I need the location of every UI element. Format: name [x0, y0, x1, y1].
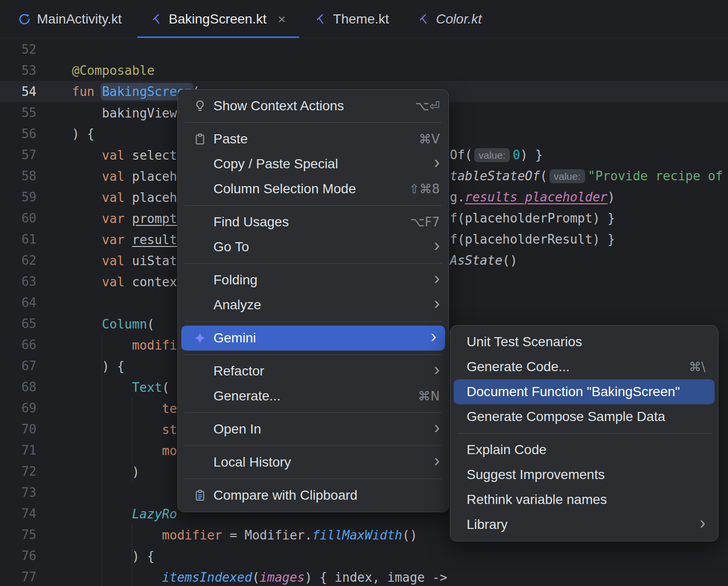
line-number[interactable]: 69 — [0, 401, 36, 415]
code-token: ) — [608, 190, 615, 204]
code-token: () — [503, 253, 517, 268]
code-text: val contex — [36, 274, 177, 289]
inlay-hint: value: — [474, 148, 510, 162]
code-token: ) { — [102, 359, 125, 374]
line-number[interactable]: 75 — [0, 527, 36, 542]
tab-bakingscreen-kt[interactable]: BakingScreen.kt✕ — [136, 0, 301, 38]
menu-item-icon-placeholder — [192, 297, 208, 313]
menu-item-folding[interactable]: Folding› — [178, 268, 448, 293]
code-text: fun BakingScreen( — [36, 84, 200, 99]
menu-item-suggest-improvements[interactable]: Suggest Improvements — [450, 462, 718, 487]
menu-item-icon-placeholder — [192, 388, 208, 404]
menu-item-label: Paste — [213, 131, 248, 147]
menu-item-gemini[interactable]: Gemini› — [181, 326, 445, 351]
inlay-hint: value: — [550, 169, 585, 183]
code-line-53[interactable]: 53@Composable — [0, 60, 728, 81]
line-number[interactable]: 67 — [0, 359, 36, 373]
submenu-arrow-icon: › — [419, 328, 436, 345]
menu-item-column-selection-mode[interactable]: Column Selection Mode⇧⌘8 — [178, 176, 448, 201]
line-number[interactable]: 58 — [0, 169, 36, 183]
menu-item-local-history[interactable]: Local History› — [178, 450, 448, 475]
menu-item-copy-paste-special[interactable]: Copy / Paste Special› — [178, 152, 448, 176]
code-token: select — [132, 148, 177, 163]
line-number[interactable]: 61 — [0, 232, 36, 246]
menu-item-refactor[interactable]: Refactor› — [178, 359, 448, 384]
line-number[interactable]: 68 — [0, 380, 36, 394]
line-number[interactable]: 56 — [0, 127, 36, 141]
line-number[interactable]: 57 — [0, 148, 36, 162]
menu-item-open-in[interactable]: Open In› — [178, 417, 448, 442]
menu-item-document-function-bakingscreen[interactable]: Document Function "BakingScreen" — [454, 379, 715, 404]
line-number[interactable]: 74 — [0, 506, 36, 521]
menu-item-label: Gemini — [213, 330, 256, 346]
code-token: modifier — [162, 528, 222, 542]
code-token: "Provide recipe of — [588, 169, 723, 183]
code-text-after-menu: f(placeholderResult) } — [450, 229, 615, 250]
code-line-76[interactable]: 76) { — [0, 545, 728, 566]
code-token: ) } — [520, 148, 543, 162]
code-token: Of( — [450, 148, 472, 162]
close-icon[interactable]: ✕ — [278, 13, 286, 25]
code-token: AsState — [450, 253, 503, 268]
menu-item-show-context-actions[interactable]: Show Context Actions⌥⏎ — [178, 94, 448, 118]
line-number[interactable]: 64 — [0, 295, 36, 310]
kotlin-icon — [315, 13, 327, 25]
tab-theme-kt[interactable]: Theme.kt — [300, 0, 403, 38]
menu-item-label: Go To — [213, 239, 249, 255]
tab-color-kt[interactable]: Color.kt — [403, 0, 496, 38]
menu-item-icon-placeholder — [192, 272, 208, 288]
menu-item-label: Suggest Improvements — [467, 467, 605, 482]
line-number[interactable]: 55 — [0, 105, 36, 120]
code-line-52[interactable]: 52 — [0, 39, 728, 60]
menu-item-library[interactable]: Library› — [450, 512, 718, 537]
shortcut-label: ⌘\ — [674, 360, 705, 374]
line-number[interactable]: 65 — [0, 316, 36, 331]
line-number[interactable]: 63 — [0, 274, 36, 289]
code-token: fun — [72, 84, 102, 99]
code-text-after-menu: f(placeholderPrompt) } — [450, 208, 615, 229]
line-number[interactable]: 70 — [0, 422, 36, 436]
line-number[interactable]: 66 — [0, 338, 36, 352]
menu-item-generate-code[interactable]: Generate Code...⌘\ — [450, 354, 718, 379]
menu-item-find-usages[interactable]: Find Usages⌥F7 — [178, 210, 448, 234]
menu-item-paste[interactable]: Paste⌘V — [178, 127, 448, 152]
code-token: Modifier. — [245, 528, 312, 542]
code-token: st — [162, 422, 177, 437]
menu-item-rethink-variable-names[interactable]: Rethink variable names — [450, 487, 718, 512]
menu-item-go-to[interactable]: Go To› — [178, 234, 448, 259]
menu-item-analyze[interactable]: Analyze› — [178, 293, 448, 317]
menu-item-label: Compare with Clipboard — [213, 488, 357, 503]
menu-item-compare-with-clipboard[interactable]: Compare with Clipboard — [178, 483, 448, 508]
tab-mainactivity-kt[interactable]: MainActivity.kt — [4, 0, 136, 38]
line-number[interactable]: 62 — [0, 253, 36, 268]
line-number[interactable]: 60 — [0, 211, 36, 225]
menu-item-label: Analyze — [213, 297, 261, 313]
menu-item-unit-test-scenarios[interactable]: Unit Test Scenarios — [450, 329, 718, 354]
menu-item-label: Folding — [213, 272, 258, 288]
menu-item-label: Local History — [213, 455, 291, 470]
code-text: LazyRo — [36, 506, 177, 521]
menu-item-explain-code[interactable]: Explain Code — [450, 437, 718, 462]
line-number[interactable]: 59 — [0, 190, 36, 204]
menu-item-label: Rethink variable names — [467, 492, 607, 507]
code-token: Column — [102, 317, 147, 331]
line-number[interactable]: 52 — [0, 42, 36, 57]
menu-item-generate[interactable]: Generate...⌘N — [178, 384, 448, 409]
code-text: ) { — [36, 548, 154, 563]
line-number[interactable]: 72 — [0, 464, 36, 479]
code-token: var — [102, 233, 132, 247]
menu-item-generate-compose-sample-data[interactable]: Generate Compose Sample Data — [450, 404, 718, 429]
line-number[interactable]: 71 — [0, 443, 36, 457]
line-number[interactable]: 73 — [0, 485, 36, 500]
code-token: tableStateOf — [450, 169, 540, 183]
code-text: st — [36, 422, 177, 437]
line-number[interactable]: 77 — [0, 570, 36, 584]
line-number[interactable]: 53 — [0, 63, 36, 78]
indent-guide — [102, 334, 102, 586]
code-token: placeh — [132, 169, 177, 184]
line-number[interactable]: 54 — [0, 84, 36, 99]
code-token: LazyRo — [132, 507, 177, 521]
line-number[interactable]: 76 — [0, 549, 36, 563]
code-text: val placeh — [36, 189, 177, 205]
code-line-77[interactable]: 77itemsIndexed(images) { index, image -> — [0, 566, 728, 586]
